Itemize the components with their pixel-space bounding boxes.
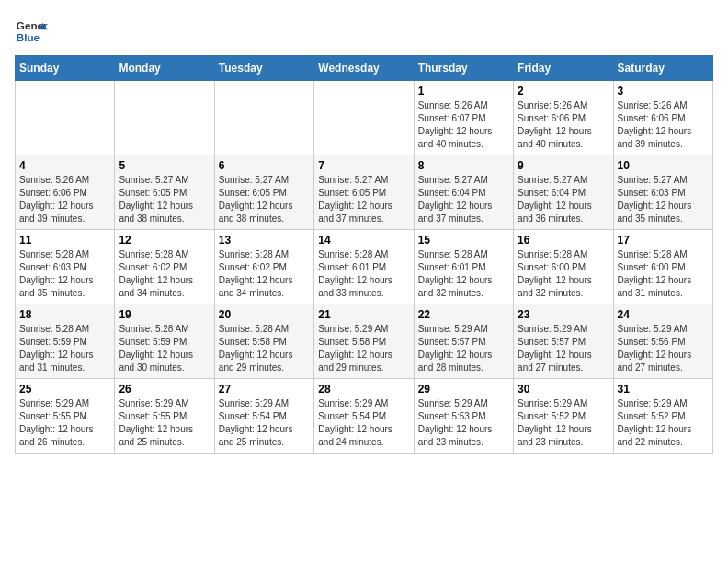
day-number: 5 (119, 159, 210, 172)
day-info: Sunrise: 5:28 AM Sunset: 6:00 PM Dayligh… (518, 248, 609, 300)
day-info: Sunrise: 5:29 AM Sunset: 5:58 PM Dayligh… (318, 323, 409, 374)
day-number: 31 (618, 383, 709, 396)
day-number: 30 (518, 383, 609, 396)
day-info: Sunrise: 5:28 AM Sunset: 6:01 PM Dayligh… (418, 248, 509, 300)
calendar-cell: 26Sunrise: 5:29 AM Sunset: 5:55 PM Dayli… (115, 379, 214, 454)
calendar-day-header: Wednesday (314, 56, 414, 81)
calendar-cell: 28Sunrise: 5:29 AM Sunset: 5:54 PM Dayli… (314, 379, 414, 454)
day-info: Sunrise: 5:27 AM Sunset: 6:05 PM Dayligh… (318, 174, 409, 225)
calendar-cell: 17Sunrise: 5:28 AM Sunset: 6:00 PM Dayli… (613, 230, 712, 304)
calendar-cell: 30Sunrise: 5:29 AM Sunset: 5:52 PM Dayli… (514, 379, 613, 454)
calendar-week-row: 4Sunrise: 5:26 AM Sunset: 6:06 PM Daylig… (16, 155, 713, 230)
day-info: Sunrise: 5:28 AM Sunset: 5:58 PM Dayligh… (219, 323, 310, 374)
calendar-cell: 1Sunrise: 5:26 AM Sunset: 6:07 PM Daylig… (414, 81, 513, 155)
calendar-cell: 13Sunrise: 5:28 AM Sunset: 6:02 PM Dayli… (214, 230, 313, 304)
day-number: 21 (318, 308, 409, 321)
day-info: Sunrise: 5:29 AM Sunset: 5:55 PM Dayligh… (119, 397, 210, 449)
day-number: 8 (418, 159, 509, 172)
day-info: Sunrise: 5:28 AM Sunset: 6:01 PM Dayligh… (318, 248, 409, 300)
day-info: Sunrise: 5:29 AM Sunset: 5:54 PM Dayligh… (318, 397, 409, 449)
day-number: 1 (418, 85, 509, 98)
calendar-day-header: Tuesday (214, 56, 313, 81)
day-number: 23 (518, 308, 609, 321)
calendar-day-header: Thursday (414, 56, 513, 81)
day-info: Sunrise: 5:26 AM Sunset: 6:06 PM Dayligh… (19, 174, 110, 225)
calendar-cell: 7Sunrise: 5:27 AM Sunset: 6:05 PM Daylig… (314, 155, 414, 230)
day-number: 20 (219, 308, 310, 321)
day-number: 22 (418, 308, 509, 321)
calendar-cell: 12Sunrise: 5:28 AM Sunset: 6:02 PM Dayli… (115, 230, 214, 304)
calendar-cell (214, 81, 313, 155)
calendar-cell: 15Sunrise: 5:28 AM Sunset: 6:01 PM Dayli… (414, 230, 513, 304)
logo: General Blue (15, 15, 48, 48)
day-info: Sunrise: 5:27 AM Sunset: 6:04 PM Dayligh… (518, 174, 609, 225)
day-info: Sunrise: 5:27 AM Sunset: 6:05 PM Dayligh… (219, 174, 310, 225)
day-number: 11 (19, 234, 110, 247)
calendar-cell: 6Sunrise: 5:27 AM Sunset: 6:05 PM Daylig… (214, 155, 313, 230)
day-info: Sunrise: 5:28 AM Sunset: 6:02 PM Dayligh… (219, 248, 310, 300)
calendar-day-header: Saturday (613, 56, 712, 81)
day-info: Sunrise: 5:29 AM Sunset: 5:57 PM Dayligh… (518, 323, 609, 374)
day-number: 4 (19, 159, 110, 172)
day-info: Sunrise: 5:29 AM Sunset: 5:52 PM Dayligh… (518, 397, 609, 449)
day-number: 15 (418, 234, 509, 247)
day-number: 10 (618, 159, 709, 172)
svg-text:Blue: Blue (17, 31, 40, 43)
day-number: 14 (318, 234, 409, 247)
calendar-cell: 9Sunrise: 5:27 AM Sunset: 6:04 PM Daylig… (514, 155, 613, 230)
day-number: 6 (219, 159, 310, 172)
calendar-cell: 27Sunrise: 5:29 AM Sunset: 5:54 PM Dayli… (214, 379, 313, 454)
calendar-cell: 8Sunrise: 5:27 AM Sunset: 6:04 PM Daylig… (414, 155, 513, 230)
calendar-week-row: 25Sunrise: 5:29 AM Sunset: 5:55 PM Dayli… (16, 379, 713, 454)
calendar-cell: 20Sunrise: 5:28 AM Sunset: 5:58 PM Dayli… (214, 304, 313, 379)
day-number: 19 (119, 308, 210, 321)
calendar-cell: 2Sunrise: 5:26 AM Sunset: 6:06 PM Daylig… (514, 81, 613, 155)
calendar-week-row: 1Sunrise: 5:26 AM Sunset: 6:07 PM Daylig… (16, 81, 713, 155)
logo-icon: General Blue (15, 15, 48, 48)
calendar-cell: 3Sunrise: 5:26 AM Sunset: 6:06 PM Daylig… (613, 81, 712, 155)
calendar-week-row: 18Sunrise: 5:28 AM Sunset: 5:59 PM Dayli… (16, 304, 713, 379)
day-number: 7 (318, 159, 409, 172)
day-number: 17 (618, 234, 709, 247)
calendar-cell: 16Sunrise: 5:28 AM Sunset: 6:00 PM Dayli… (514, 230, 613, 304)
day-number: 26 (119, 383, 210, 396)
day-number: 3 (618, 85, 709, 98)
calendar-cell: 31Sunrise: 5:29 AM Sunset: 5:52 PM Dayli… (613, 379, 712, 454)
calendar-day-header: Friday (514, 56, 613, 81)
calendar-header-row: SundayMondayTuesdayWednesdayThursdayFrid… (16, 56, 713, 81)
day-number: 25 (19, 383, 110, 396)
calendar-cell: 22Sunrise: 5:29 AM Sunset: 5:57 PM Dayli… (414, 304, 513, 379)
calendar-cell: 19Sunrise: 5:28 AM Sunset: 5:59 PM Dayli… (115, 304, 214, 379)
calendar-cell: 24Sunrise: 5:29 AM Sunset: 5:56 PM Dayli… (613, 304, 712, 379)
calendar-cell: 5Sunrise: 5:27 AM Sunset: 6:05 PM Daylig… (115, 155, 214, 230)
calendar-cell: 14Sunrise: 5:28 AM Sunset: 6:01 PM Dayli… (314, 230, 414, 304)
calendar-cell (115, 81, 214, 155)
calendar-cell: 18Sunrise: 5:28 AM Sunset: 5:59 PM Dayli… (16, 304, 115, 379)
day-info: Sunrise: 5:29 AM Sunset: 5:54 PM Dayligh… (219, 397, 310, 449)
day-info: Sunrise: 5:29 AM Sunset: 5:56 PM Dayligh… (618, 323, 709, 374)
day-info: Sunrise: 5:27 AM Sunset: 6:05 PM Dayligh… (119, 174, 210, 225)
day-number: 28 (318, 383, 409, 396)
calendar-week-row: 11Sunrise: 5:28 AM Sunset: 6:03 PM Dayli… (16, 230, 713, 304)
calendar-day-header: Monday (115, 56, 214, 81)
calendar-cell: 25Sunrise: 5:29 AM Sunset: 5:55 PM Dayli… (16, 379, 115, 454)
calendar-table: SundayMondayTuesdayWednesdayThursdayFrid… (15, 55, 713, 454)
day-info: Sunrise: 5:28 AM Sunset: 6:02 PM Dayligh… (119, 248, 210, 300)
day-info: Sunrise: 5:26 AM Sunset: 6:06 PM Dayligh… (518, 99, 609, 151)
day-info: Sunrise: 5:26 AM Sunset: 6:06 PM Dayligh… (618, 99, 709, 151)
day-info: Sunrise: 5:29 AM Sunset: 5:52 PM Dayligh… (618, 397, 709, 449)
calendar-cell: 10Sunrise: 5:27 AM Sunset: 6:03 PM Dayli… (613, 155, 712, 230)
calendar-cell: 21Sunrise: 5:29 AM Sunset: 5:58 PM Dayli… (314, 304, 414, 379)
calendar-cell: 4Sunrise: 5:26 AM Sunset: 6:06 PM Daylig… (16, 155, 115, 230)
day-number: 16 (518, 234, 609, 247)
day-info: Sunrise: 5:29 AM Sunset: 5:55 PM Dayligh… (19, 397, 110, 449)
calendar-cell: 23Sunrise: 5:29 AM Sunset: 5:57 PM Dayli… (514, 304, 613, 379)
day-info: Sunrise: 5:29 AM Sunset: 5:53 PM Dayligh… (418, 397, 509, 449)
day-number: 12 (119, 234, 210, 247)
day-number: 18 (19, 308, 110, 321)
calendar-cell: 29Sunrise: 5:29 AM Sunset: 5:53 PM Dayli… (414, 379, 513, 454)
day-number: 24 (618, 308, 709, 321)
day-number: 27 (219, 383, 310, 396)
page-header: General Blue (15, 15, 713, 48)
day-info: Sunrise: 5:28 AM Sunset: 6:03 PM Dayligh… (19, 248, 110, 300)
